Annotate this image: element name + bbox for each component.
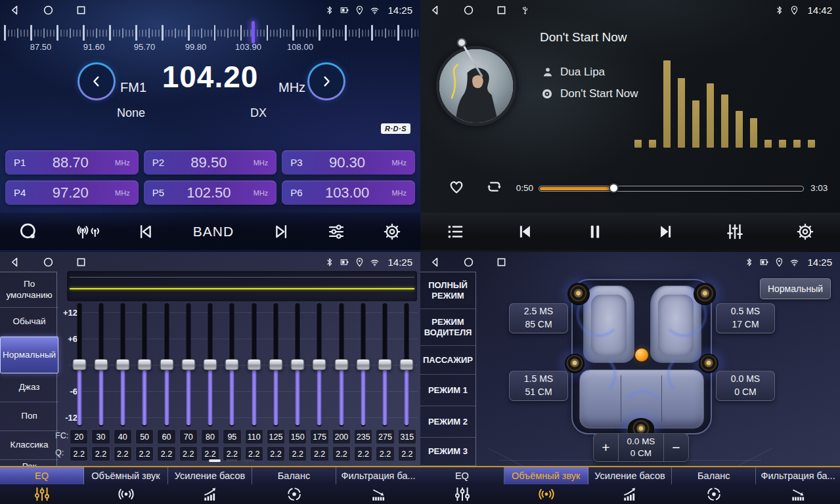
broadcast-icon[interactable] xyxy=(74,222,100,242)
tab-eq[interactable]: EQ xyxy=(420,467,504,504)
eq-slider-handle[interactable] xyxy=(378,359,392,370)
eq-preset-normal[interactable]: Нормальный xyxy=(0,337,58,373)
q-value-box[interactable]: 2.2 xyxy=(310,446,328,461)
back-button[interactable] xyxy=(9,256,22,268)
eq-preset-classic[interactable]: Классика xyxy=(0,431,58,460)
tab-surround[interactable]: Объёмный звук xyxy=(504,467,588,504)
album-art[interactable] xyxy=(436,46,516,126)
tune-up-button[interactable] xyxy=(307,62,345,100)
fc-value-box[interactable]: 235 xyxy=(354,429,372,444)
home-button[interactable] xyxy=(42,4,55,16)
tab-surround[interactable]: Объёмный звук xyxy=(84,467,168,504)
mode-passenger[interactable]: ПАССАЖИР xyxy=(420,346,475,375)
rear-left-delay-button[interactable]: 1.5 MS 51 CM xyxy=(509,371,568,401)
home-button[interactable] xyxy=(462,256,475,268)
progress-bar[interactable] xyxy=(539,186,804,192)
increase-delay-button[interactable]: + xyxy=(594,434,618,461)
previous-station-icon[interactable] xyxy=(137,222,156,242)
recents-button[interactable] xyxy=(75,256,87,268)
rear-right-delay-button[interactable]: 0.0 MS 0 CM xyxy=(716,371,775,401)
fc-value-box[interactable]: 20 xyxy=(70,429,88,444)
progress-knob[interactable] xyxy=(609,183,619,193)
eq-slider-handle[interactable] xyxy=(116,359,130,370)
fc-value-box[interactable]: 125 xyxy=(267,429,285,444)
previous-track-icon[interactable] xyxy=(516,222,535,242)
back-button[interactable] xyxy=(430,256,442,268)
fc-value-box[interactable]: 315 xyxy=(398,429,416,444)
fc-value-box[interactable]: 60 xyxy=(157,429,175,444)
eq-slider-handle[interactable] xyxy=(72,359,86,370)
fc-value-box[interactable]: 110 xyxy=(245,429,263,444)
q-value-box[interactable]: 2.2 xyxy=(157,446,175,461)
mode-3[interactable]: РЕЖИМ 3 xyxy=(420,438,475,466)
tune-down-button[interactable] xyxy=(77,62,116,100)
preset-button-p4[interactable]: P497.20MHz xyxy=(5,180,139,205)
q-value-box[interactable]: 2.2 xyxy=(398,446,416,461)
repeat-icon[interactable] xyxy=(485,177,504,196)
q-value-box[interactable]: 2.2 xyxy=(179,446,198,461)
eq-slider-handle[interactable] xyxy=(181,359,195,370)
surround-preset-button[interactable]: Нормальный xyxy=(760,278,831,299)
back-button[interactable] xyxy=(9,4,22,16)
mode-driver[interactable]: РЕЖИМ ВОДИТЕЛЯ xyxy=(420,309,475,346)
q-value-box[interactable]: 2.2 xyxy=(114,446,132,461)
tab-filter[interactable]: Фильтрация ба... xyxy=(336,467,420,504)
next-station-icon[interactable] xyxy=(271,222,290,242)
recents-button[interactable] xyxy=(495,4,508,16)
eq-slider-handle[interactable] xyxy=(247,359,261,370)
fc-value-box[interactable]: 80 xyxy=(201,429,219,444)
fc-value-box[interactable]: 175 xyxy=(310,429,328,444)
tab-balance[interactable]: Баланс xyxy=(672,467,756,504)
eq-slider-handle[interactable] xyxy=(160,359,173,370)
tab-eq[interactable]: EQ xyxy=(0,467,84,504)
fc-value-box[interactable]: 275 xyxy=(376,429,394,444)
eq-slider-handle[interactable] xyxy=(334,359,348,370)
q-value-box[interactable]: 2.2 xyxy=(288,446,307,461)
fc-value-box[interactable]: 95 xyxy=(223,429,241,444)
recents-button[interactable] xyxy=(495,256,508,268)
scan-icon[interactable] xyxy=(18,222,38,242)
playlist-icon[interactable] xyxy=(445,222,465,242)
eq-preset-default[interactable]: По умолчанию xyxy=(0,272,58,308)
eq-slider-handle[interactable] xyxy=(313,359,326,370)
eq-slider-handle[interactable] xyxy=(204,359,217,370)
fc-value-box[interactable]: 40 xyxy=(114,429,132,444)
fc-value-box[interactable]: 150 xyxy=(288,429,307,444)
preset-button-p5[interactable]: P5102.50MHz xyxy=(144,180,277,205)
tab-filter[interactable]: Фильтрация ба... xyxy=(756,467,840,504)
q-value-box[interactable]: 2.2 xyxy=(135,446,154,461)
pause-icon[interactable] xyxy=(585,222,605,242)
tab-bass-boost[interactable]: Усиление басов xyxy=(168,467,252,504)
equalizer-icon[interactable] xyxy=(326,222,346,242)
mode-2[interactable]: РЕЖИМ 2 xyxy=(420,406,475,438)
preset-button-p3[interactable]: P390.30MHz xyxy=(282,150,415,175)
tab-bass-boost[interactable]: Усиление басов xyxy=(588,467,673,504)
band-button[interactable]: BAND xyxy=(193,224,234,240)
mode-1[interactable]: РЕЖИМ 1 xyxy=(420,375,475,406)
fc-value-box[interactable]: 30 xyxy=(91,429,110,444)
listening-position-marker[interactable] xyxy=(635,348,648,362)
preset-button-p1[interactable]: P188.70MHz xyxy=(5,150,139,175)
settings-icon[interactable] xyxy=(795,222,815,242)
eq-slider-handle[interactable] xyxy=(269,359,282,370)
eq-slider-handle[interactable] xyxy=(291,359,305,370)
fc-value-box[interactable]: 50 xyxy=(135,429,154,444)
tab-balance[interactable]: Баланс xyxy=(252,467,336,504)
mode-full[interactable]: ПОЛНЫЙ РЕЖИМ xyxy=(420,272,475,309)
favorite-icon[interactable] xyxy=(447,177,466,196)
eq-slider-handle[interactable] xyxy=(94,359,108,370)
home-button[interactable] xyxy=(462,4,475,16)
q-value-box[interactable]: 2.2 xyxy=(70,446,88,461)
preset-button-p6[interactable]: P6103.00MHz xyxy=(282,180,415,205)
eq-slider-handle[interactable] xyxy=(356,359,370,370)
front-right-delay-button[interactable]: 0.5 MS 17 CM xyxy=(716,303,775,333)
q-value-box[interactable]: 2.2 xyxy=(376,446,394,461)
eq-slider-handle[interactable] xyxy=(225,359,239,370)
q-value-box[interactable]: 2.2 xyxy=(332,446,351,461)
settings-icon[interactable] xyxy=(382,222,402,242)
fc-value-box[interactable]: 70 xyxy=(179,429,198,444)
q-value-box[interactable]: 2.2 xyxy=(354,446,372,461)
preset-button-p2[interactable]: P289.50MHz xyxy=(144,150,277,175)
q-value-box[interactable]: 2.2 xyxy=(91,446,110,461)
back-button[interactable] xyxy=(430,4,442,16)
